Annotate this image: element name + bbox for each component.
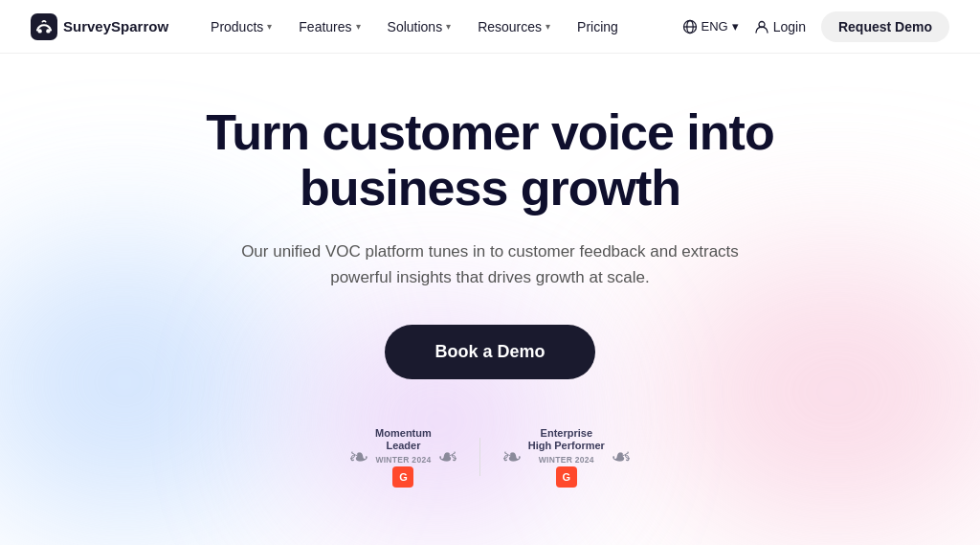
logo[interactable]: SurveySparrow <box>31 13 168 40</box>
login-button[interactable]: Login <box>754 19 806 34</box>
nav-features[interactable]: Features ▾ <box>287 13 371 40</box>
brand-name: SurveySparrow <box>63 18 168 34</box>
user-icon <box>754 19 769 34</box>
svg-rect-0 <box>31 13 57 40</box>
badge-momentum-leader: ❧ MomentumLeader WINTER 2024 G ❧ <box>339 421 468 492</box>
hero-section: Turn customer voice into business growth… <box>0 54 980 545</box>
chevron-down-icon: ▾ <box>267 21 272 32</box>
nav-items: Products ▾ Features ▾ Solutions ▾ Resour… <box>199 13 681 40</box>
svg-point-2 <box>46 29 50 33</box>
g2-icon: G <box>392 466 413 488</box>
book-demo-button[interactable]: Book a Demo <box>385 325 594 379</box>
nav-pricing[interactable]: Pricing <box>566 13 630 40</box>
badge-divider <box>479 438 480 476</box>
badge-subtitle: WINTER 2024 <box>539 455 594 465</box>
chevron-down-icon: ▾ <box>356 21 361 32</box>
nav-right: ENG ▾ Login Request Demo <box>682 11 949 42</box>
laurel-right-icon: ❧ <box>611 444 632 469</box>
chevron-down-icon: ▾ <box>732 19 739 34</box>
badge-title: EnterpriseHigh Performer <box>528 427 605 452</box>
laurel-right-icon: ❧ <box>437 444 458 469</box>
badge-title: MomentumLeader <box>375 427 432 452</box>
laurel-left-icon: ❧ <box>501 444 523 469</box>
hero-content: Turn customer voice into business growth… <box>187 105 792 492</box>
badge-subtitle: WINTER 2024 <box>375 455 431 465</box>
badges-section: ❧ MomentumLeader WINTER 2024 G ❧ ❧ Enter… <box>206 421 773 492</box>
g2-icon: G <box>556 466 577 488</box>
chevron-down-icon: ▾ <box>546 21 550 32</box>
language-selector[interactable]: ENG ▾ <box>682 19 739 34</box>
laurel-left-icon: ❧ <box>348 444 369 469</box>
nav-solutions[interactable]: Solutions ▾ <box>376 13 463 40</box>
nav-products[interactable]: Products ▾ <box>199 13 283 40</box>
hero-title: Turn customer voice into business growth <box>206 105 773 215</box>
nav-resources[interactable]: Resources ▾ <box>466 13 562 40</box>
badge-enterprise-high-performer: ❧ EnterpriseHigh Performer WINTER 2024 G… <box>492 421 641 492</box>
svg-point-1 <box>37 29 41 33</box>
request-demo-button[interactable]: Request Demo <box>821 11 949 42</box>
globe-icon <box>682 19 698 34</box>
navbar: SurveySparrow Products ▾ Features ▾ Solu… <box>0 0 980 54</box>
logo-icon <box>31 13 57 40</box>
hero-subtitle: Our unified VOC platform tunes in to cus… <box>222 238 758 290</box>
chevron-down-icon: ▾ <box>446 21 451 32</box>
